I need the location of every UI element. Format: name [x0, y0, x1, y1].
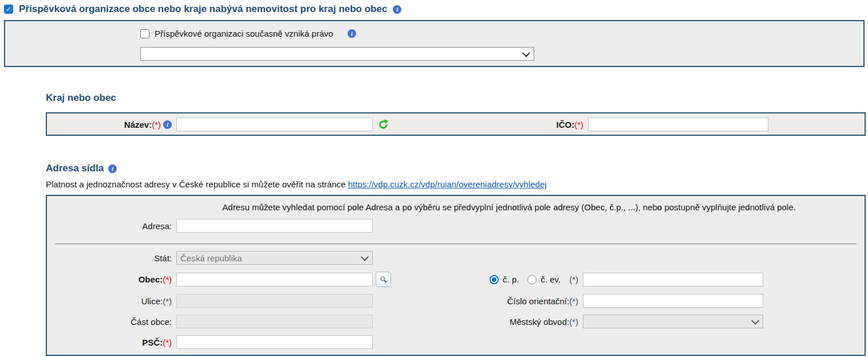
required-mark: (*)	[569, 274, 578, 284]
sub-option-select[interactable]	[140, 47, 534, 61]
sub-option-row: Příspěvkové organizaci současně vzniká p…	[140, 29, 356, 38]
psc-input[interactable]	[176, 335, 373, 349]
psc-row: PSČ:(*)	[47, 335, 865, 349]
adresa-section-heading: Adresa sídla i	[46, 163, 117, 174]
sub-option-panel: Příspěvkové organizaci současně vzniká p…	[4, 20, 865, 67]
adresa-panel: Adresu můžete vyhledat pomocí pole Adres…	[46, 195, 866, 356]
chevron-down-icon	[361, 253, 369, 261]
kraj-row: Název:(*) i IČO:(*)	[47, 117, 865, 131]
adresa-hint: Adresu můžete vyhledat pomocí pole Adres…	[47, 196, 865, 212]
search-icon	[380, 274, 387, 284]
required-mark: (*)	[574, 120, 583, 130]
obec-row: Obec:(*) č. p. č. ev. (*)	[47, 272, 865, 287]
stat-row: Stát: Česká republika	[47, 251, 865, 265]
ico-input[interactable]	[588, 117, 768, 131]
adresa-note: Platnost a jednoznačnost adresy v České …	[46, 179, 547, 189]
adresa-row: Adresa:	[47, 219, 865, 233]
cast-obce-label: Část obce:	[47, 317, 176, 327]
cislo-domovni-input[interactable]	[583, 273, 763, 287]
required-mark: (*)	[163, 338, 172, 347]
stat-select-value: Česká republika	[180, 253, 242, 263]
cev-radio[interactable]	[527, 275, 536, 284]
mestsky-obvod-select	[583, 315, 763, 328]
cp-radio-label: č. p.	[503, 274, 519, 284]
refresh-button[interactable]	[377, 119, 389, 130]
required-mark: (*)	[569, 317, 578, 327]
adresa-heading-text: Adresa sídla	[46, 163, 104, 174]
required-mark: (*)	[163, 274, 172, 284]
divider	[55, 244, 857, 244]
info-icon[interactable]: i	[108, 164, 117, 173]
obec-input[interactable]	[176, 273, 373, 287]
vdp-link[interactable]: https://vdp.cuzk.cz/vdp/ruian/overeniadr…	[348, 179, 547, 189]
cislo-orientacni-input[interactable]	[583, 294, 763, 308]
cislo-domovni-label: č. p. č. ev. (*)	[391, 274, 583, 284]
cast-obce-input	[176, 315, 373, 328]
ulice-label: Ulice:(*)	[47, 296, 176, 306]
nazev-label: Název:(*) i	[47, 120, 176, 130]
ulice-row: Ulice:(*) Číslo orientační:(*)	[47, 294, 865, 308]
stat-select[interactable]: Česká republika	[176, 251, 373, 265]
info-icon[interactable]: i	[163, 120, 172, 129]
form-page: ✓ Příspěvková organizace obce nebo kraje…	[0, 0, 868, 357]
main-option-label: Příspěvková organizace obce nebo kraje n…	[19, 3, 387, 15]
cislo-orientacni-label: Číslo orientační:(*)	[373, 296, 583, 306]
cev-radio-label: č. ev.	[540, 274, 561, 284]
ulice-input	[176, 294, 373, 308]
ico-label: IČO:(*)	[389, 120, 588, 130]
adresa-label: Adresa:	[47, 221, 176, 231]
mestsky-obvod-label: Městský obvod:(*)	[373, 317, 583, 327]
main-option-checkbox[interactable]: ✓	[4, 5, 13, 14]
psc-label: PSČ:(*)	[47, 338, 176, 347]
chevron-down-icon	[751, 317, 759, 325]
obec-label: Obec:(*)	[47, 274, 176, 284]
obec-search-button[interactable]	[376, 272, 391, 287]
cp-radio[interactable]	[490, 275, 499, 284]
chevron-down-icon	[522, 49, 530, 57]
kraj-section-heading: Kraj nebo obec	[46, 92, 116, 104]
kraj-heading-text: Kraj nebo obec	[46, 92, 116, 104]
required-mark: (*)	[152, 120, 161, 130]
cislo-type-radio-group: č. p. č. ev. (*)	[490, 274, 578, 284]
required-mark: (*)	[569, 296, 578, 306]
note-text: Platnost a jednoznačnost adresy v České …	[46, 179, 348, 189]
nazev-input[interactable]	[176, 117, 373, 131]
info-icon[interactable]: i	[393, 5, 401, 14]
info-icon[interactable]: i	[348, 29, 356, 38]
cast-obce-row: Část obce: Městský obvod:(*)	[47, 315, 865, 328]
kraj-panel: Název:(*) i IČO:(*)	[46, 112, 866, 136]
required-mark: (*)	[163, 296, 172, 306]
stat-label: Stát:	[47, 253, 176, 263]
refresh-icon	[378, 119, 389, 130]
sub-option-checkbox[interactable]	[140, 29, 149, 38]
sub-option-label: Příspěvkové organizaci současně vzniká p…	[155, 29, 333, 38]
main-option-row: ✓ Příspěvková organizace obce nebo kraje…	[4, 3, 401, 15]
adresa-input[interactable]	[176, 219, 373, 233]
